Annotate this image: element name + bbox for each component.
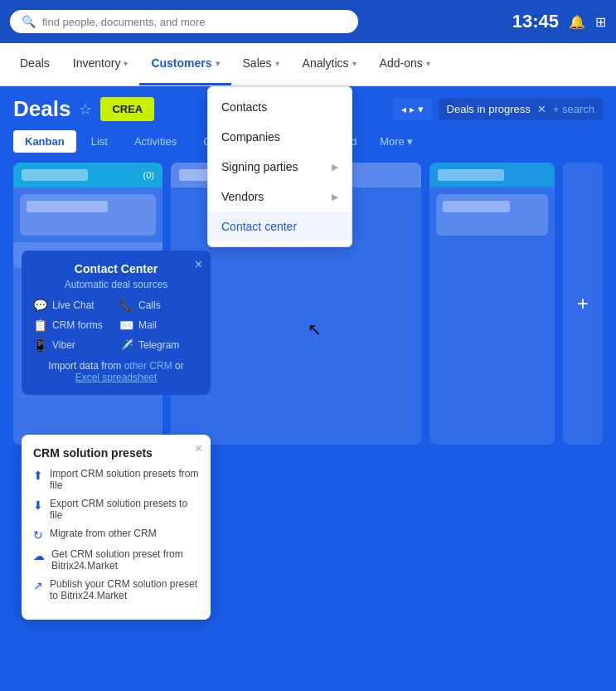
- nav-item-customers[interactable]: Customers ▾: [139, 43, 230, 85]
- crm-get-preset-item[interactable]: ☁ Get CRM solution preset from Bitrix24.…: [33, 548, 199, 572]
- crm-migrate-item[interactable]: ↻ Migrate from other CRM: [33, 528, 199, 542]
- customers-dropdown: Contacts Companies Signing parties ▶ Ven…: [207, 86, 352, 247]
- filter-text: Deals in progress: [447, 103, 531, 115]
- search-icon: 🔍: [22, 15, 36, 28]
- col-count: (0): [143, 170, 154, 180]
- chevron-down-icon: ▾: [124, 59, 128, 68]
- nav-bar: Deals Inventory ▾ Customers ▾ Sales ▾ An…: [0, 43, 616, 86]
- calls-label: Calls: [138, 299, 161, 311]
- mail-label: Mail: [138, 319, 157, 331]
- live-chat-label: Live Chat: [52, 299, 95, 311]
- chevron-right-icon: ▶: [332, 192, 338, 202]
- nav-item-analytics[interactable]: Analytics ▾: [291, 43, 368, 85]
- filter-area: ◂ ▸ ▾ Deals in progress ✕ + search: [393, 98, 603, 120]
- live-chat-item[interactable]: 💬 Live Chat: [33, 299, 113, 312]
- tab-kanban[interactable]: Kanban: [13, 130, 76, 153]
- telegram-icon: ✈️: [119, 338, 133, 352]
- publish-label: Publish your CRM solution preset to Bitr…: [50, 578, 199, 601]
- kanban-column-3: [429, 163, 555, 445]
- get-preset-icon: ☁: [33, 549, 45, 562]
- tab-more[interactable]: More ▾: [371, 131, 421, 152]
- import-text: Import data from other CRM or: [33, 360, 199, 372]
- dropdown-contact-center[interactable]: Contact center: [208, 212, 352, 241]
- calls-item[interactable]: 📞 Calls: [119, 299, 199, 312]
- crm-presets-popup: × CRM solution presets ⬆ Import CRM solu…: [22, 435, 211, 620]
- import-other-crm-link[interactable]: other CRM: [124, 360, 172, 372]
- top-bar: 🔍 13:45 🔔 ⊞: [0, 0, 616, 43]
- publish-icon: ↗: [33, 579, 43, 592]
- export-icon: ⬇: [33, 499, 43, 512]
- dropdown-contacts[interactable]: Contacts: [208, 92, 352, 122]
- nav-item-sales[interactable]: Sales ▾: [231, 43, 291, 85]
- popup-subtitle: Automatic deal sources: [33, 279, 199, 290]
- crm-presets-title: CRM solution presets: [33, 446, 199, 460]
- col-header-blurred: [22, 169, 88, 181]
- quick-deal-close-button[interactable]: ×: [195, 257, 202, 272]
- crm-publish-item[interactable]: ↗ Publish your CRM solution preset to Bi…: [33, 578, 199, 601]
- crm-import-item[interactable]: ⬆ Import CRM solution presets from file: [33, 468, 199, 491]
- crm-forms-item[interactable]: 📋 CRM forms: [33, 319, 113, 332]
- crm-export-item[interactable]: ⬇ Export CRM solution presets to file: [33, 498, 199, 521]
- popup-items-grid: 💬 Live Chat 📞 Calls 📋 CRM forms ✉️ Mail …: [33, 299, 199, 352]
- chevron-right-icon: ▶: [332, 162, 338, 173]
- quick-deal-popup: × Contact Center Automatic deal sources …: [22, 251, 211, 395]
- dropdown-vendors[interactable]: Vendors ▶: [208, 182, 352, 212]
- add-search-filter[interactable]: + search: [553, 103, 594, 115]
- export-label: Export CRM solution presets to file: [50, 498, 199, 521]
- migrate-icon: ↻: [33, 528, 43, 542]
- deals-in-progress-filter: Deals in progress ✕ + search: [439, 98, 603, 120]
- stage-filter[interactable]: ◂ ▸ ▾: [393, 98, 431, 120]
- crm-forms-icon: 📋: [33, 319, 47, 332]
- chevron-down-icon: ▾: [275, 59, 279, 68]
- chevron-down-icon: ▾: [426, 59, 430, 68]
- viber-item[interactable]: 📱 Viber: [33, 338, 113, 352]
- filter-label: ◂ ▸: [401, 104, 414, 115]
- crm-forms-label: CRM forms: [52, 319, 103, 331]
- import-excel-link[interactable]: Excel spreadsheet: [33, 372, 199, 383]
- telegram-label: Telegram: [138, 339, 179, 351]
- chevron-down-icon: ▾: [407, 135, 413, 148]
- import-icon: ⬆: [33, 469, 43, 482]
- kanban-col-body-3: [429, 187, 555, 242]
- col-header-blurred-3: [438, 169, 504, 181]
- tab-activities[interactable]: Activities: [123, 130, 188, 153]
- telegram-item[interactable]: ✈️ Telegram: [119, 338, 199, 352]
- live-chat-icon: 💬: [33, 299, 47, 312]
- mail-icon: ✉️: [119, 319, 133, 332]
- dropdown-companies[interactable]: Companies: [208, 122, 352, 152]
- remove-filter-icon[interactable]: ✕: [537, 103, 546, 115]
- viber-label: Viber: [52, 339, 75, 351]
- migrate-label: Migrate from other CRM: [50, 528, 157, 539]
- kanban-card: [436, 194, 548, 236]
- nav-item-inventory[interactable]: Inventory ▾: [61, 43, 140, 85]
- star-icon[interactable]: ☆: [79, 100, 92, 119]
- search-input[interactable]: [42, 16, 347, 28]
- dropdown-signing-parties[interactable]: Signing parties ▶: [208, 152, 352, 182]
- chevron-down-icon: ▾: [216, 59, 220, 68]
- add-column-button[interactable]: +: [563, 163, 603, 445]
- mail-item[interactable]: ✉️ Mail: [119, 319, 199, 332]
- get-preset-label: Get CRM solution preset from Bitrix24.Ma…: [51, 548, 199, 572]
- import-label: Import CRM solution presets from file: [50, 468, 199, 491]
- kanban-card: [20, 194, 156, 236]
- chevron-down-icon: ▾: [418, 103, 424, 115]
- notif-icon[interactable]: 🔔: [569, 14, 585, 30]
- search-box[interactable]: 🔍: [10, 10, 358, 33]
- kanban-col-header-3: [429, 163, 555, 187]
- top-right: 13:45 🔔 ⊞: [512, 11, 606, 32]
- page-title: Deals: [13, 96, 70, 122]
- apps-icon[interactable]: ⊞: [595, 14, 606, 30]
- kanban-col-header-1: (0): [13, 163, 162, 187]
- chevron-down-icon: ▾: [352, 59, 357, 68]
- nav-item-addons[interactable]: Add-ons ▾: [368, 43, 442, 85]
- nav-item-deals[interactable]: Deals: [8, 43, 61, 85]
- calls-icon: 📞: [119, 299, 133, 312]
- popup-title: Contact Center: [33, 262, 199, 275]
- clock-display: 13:45: [512, 11, 559, 32]
- create-button[interactable]: CREA: [100, 97, 154, 121]
- kanban-col-body-1: [13, 187, 162, 242]
- crm-presets-close-button[interactable]: ×: [195, 441, 202, 456]
- viber-icon: 📱: [33, 338, 47, 352]
- tab-list[interactable]: List: [80, 130, 119, 153]
